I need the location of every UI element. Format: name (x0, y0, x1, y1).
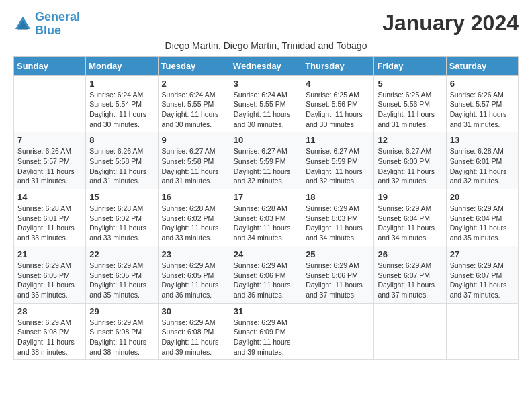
calendar-week-row: 1 Sunrise: 6:24 AMSunset: 5:54 PMDayligh… (14, 75, 519, 132)
calendar-cell: 31 Sunrise: 6:29 AMSunset: 6:09 PMDaylig… (230, 303, 302, 360)
day-info: Sunrise: 6:24 AMSunset: 5:55 PMDaylight:… (234, 90, 298, 130)
weekday-header-friday: Friday (374, 56, 446, 75)
day-number: 15 (89, 192, 154, 202)
calendar-cell: 13 Sunrise: 6:28 AMSunset: 6:01 PMDaylig… (446, 132, 518, 189)
day-number: 27 (450, 249, 515, 259)
weekday-header-sunday: Sunday (14, 56, 86, 75)
calendar-cell (374, 303, 446, 360)
calendar-cell: 10 Sunrise: 6:27 AMSunset: 5:59 PMDaylig… (230, 132, 302, 189)
weekday-header-wednesday: Wednesday (230, 56, 302, 75)
location-title: Diego Martin, Diego Martin, Trinidad and… (13, 40, 519, 51)
calendar-cell: 1 Sunrise: 6:24 AMSunset: 5:54 PMDayligh… (86, 75, 158, 132)
day-info: Sunrise: 6:27 AMSunset: 5:58 PMDaylight:… (162, 146, 226, 186)
day-number: 29 (89, 306, 154, 316)
calendar-cell: 25 Sunrise: 6:29 AMSunset: 6:06 PMDaylig… (302, 246, 374, 303)
day-info: Sunrise: 6:29 AMSunset: 6:06 PMDaylight:… (306, 261, 370, 300)
day-info: Sunrise: 6:27 AMSunset: 5:59 PMDaylight:… (306, 146, 370, 186)
calendar-cell: 18 Sunrise: 6:29 AMSunset: 6:03 PMDaylig… (302, 189, 374, 246)
calendar-cell: 26 Sunrise: 6:29 AMSunset: 6:07 PMDaylig… (374, 246, 446, 303)
day-number: 24 (234, 249, 298, 259)
day-info: Sunrise: 6:29 AMSunset: 6:08 PMDaylight:… (162, 318, 226, 357)
calendar-cell: 16 Sunrise: 6:28 AMSunset: 6:02 PMDaylig… (158, 189, 230, 246)
calendar-cell: 30 Sunrise: 6:29 AMSunset: 6:08 PMDaylig… (158, 303, 230, 360)
month-title: January 2024 (382, 11, 519, 36)
calendar-cell: 24 Sunrise: 6:29 AMSunset: 6:06 PMDaylig… (230, 246, 302, 303)
day-info: Sunrise: 6:29 AMSunset: 6:06 PMDaylight:… (234, 261, 298, 300)
weekday-header-saturday: Saturday (446, 56, 518, 75)
calendar-cell: 27 Sunrise: 6:29 AMSunset: 6:07 PMDaylig… (446, 246, 518, 303)
day-number: 12 (378, 135, 442, 145)
day-number: 22 (89, 249, 154, 259)
day-info: Sunrise: 6:29 AMSunset: 6:09 PMDaylight:… (234, 318, 298, 357)
calendar-cell: 3 Sunrise: 6:24 AMSunset: 5:55 PMDayligh… (230, 75, 302, 132)
day-number: 16 (162, 192, 226, 202)
day-info: Sunrise: 6:28 AMSunset: 6:02 PMDaylight:… (89, 203, 154, 243)
calendar-cell: 2 Sunrise: 6:24 AMSunset: 5:55 PMDayligh… (158, 75, 230, 132)
logo-general: General (35, 10, 80, 24)
calendar-cell: 7 Sunrise: 6:26 AMSunset: 5:57 PMDayligh… (14, 132, 86, 189)
day-info: Sunrise: 6:26 AMSunset: 5:57 PMDaylight:… (17, 146, 82, 186)
calendar-week-row: 28 Sunrise: 6:29 AMSunset: 6:08 PMDaylig… (14, 303, 519, 360)
calendar-cell (14, 75, 86, 132)
calendar-cell: 29 Sunrise: 6:29 AMSunset: 6:08 PMDaylig… (86, 303, 158, 360)
logo: General Blue (13, 11, 80, 38)
calendar-cell: 21 Sunrise: 6:29 AMSunset: 6:05 PMDaylig… (14, 246, 86, 303)
day-number: 21 (17, 249, 82, 259)
weekday-header-monday: Monday (86, 56, 158, 75)
day-number: 4 (306, 79, 370, 89)
day-number: 20 (450, 192, 515, 202)
day-number: 19 (378, 192, 442, 202)
day-info: Sunrise: 6:24 AMSunset: 5:55 PMDaylight:… (162, 90, 226, 130)
day-number: 17 (234, 192, 298, 202)
calendar-cell: 9 Sunrise: 6:27 AMSunset: 5:58 PMDayligh… (158, 132, 230, 189)
day-number: 13 (450, 135, 515, 145)
calendar-week-row: 14 Sunrise: 6:28 AMSunset: 6:01 PMDaylig… (14, 189, 519, 246)
calendar-cell (446, 303, 518, 360)
page-header: General Blue January 2024 (13, 11, 519, 38)
day-number: 25 (306, 249, 370, 259)
day-info: Sunrise: 6:25 AMSunset: 5:56 PMDaylight:… (378, 90, 442, 130)
day-info: Sunrise: 6:24 AMSunset: 5:54 PMDaylight:… (89, 90, 154, 130)
calendar-cell: 8 Sunrise: 6:26 AMSunset: 5:58 PMDayligh… (86, 132, 158, 189)
calendar-cell: 23 Sunrise: 6:29 AMSunset: 6:05 PMDaylig… (158, 246, 230, 303)
day-info: Sunrise: 6:29 AMSunset: 6:07 PMDaylight:… (450, 261, 515, 300)
day-info: Sunrise: 6:29 AMSunset: 6:05 PMDaylight:… (17, 261, 82, 300)
day-number: 10 (234, 135, 298, 145)
logo-icon (13, 15, 32, 34)
logo-blue: Blue (35, 24, 61, 37)
day-number: 26 (378, 249, 442, 259)
day-info: Sunrise: 6:28 AMSunset: 6:01 PMDaylight:… (450, 146, 515, 186)
day-number: 2 (162, 79, 226, 89)
day-info: Sunrise: 6:25 AMSunset: 5:56 PMDaylight:… (306, 90, 370, 130)
day-number: 14 (17, 192, 82, 202)
day-info: Sunrise: 6:28 AMSunset: 6:02 PMDaylight:… (162, 203, 226, 243)
day-number: 3 (234, 79, 298, 89)
calendar-week-row: 7 Sunrise: 6:26 AMSunset: 5:57 PMDayligh… (14, 132, 519, 189)
day-info: Sunrise: 6:29 AMSunset: 6:03 PMDaylight:… (306, 203, 370, 243)
day-number: 8 (89, 135, 154, 145)
calendar-cell (302, 303, 374, 360)
day-number: 9 (162, 135, 226, 145)
calendar-cell: 6 Sunrise: 6:26 AMSunset: 5:57 PMDayligh… (446, 75, 518, 132)
logo-text: General Blue (35, 11, 80, 38)
day-info: Sunrise: 6:29 AMSunset: 6:04 PMDaylight:… (450, 203, 515, 243)
calendar-cell: 11 Sunrise: 6:27 AMSunset: 5:59 PMDaylig… (302, 132, 374, 189)
calendar-cell: 12 Sunrise: 6:27 AMSunset: 6:00 PMDaylig… (374, 132, 446, 189)
day-number: 23 (162, 249, 226, 259)
day-number: 6 (450, 79, 515, 89)
day-info: Sunrise: 6:26 AMSunset: 5:58 PMDaylight:… (89, 146, 154, 186)
day-number: 7 (17, 135, 82, 145)
day-info: Sunrise: 6:28 AMSunset: 6:03 PMDaylight:… (234, 203, 298, 243)
weekday-header-tuesday: Tuesday (158, 56, 230, 75)
calendar-table: SundayMondayTuesdayWednesdayThursdayFrid… (13, 56, 519, 361)
calendar-cell: 20 Sunrise: 6:29 AMSunset: 6:04 PMDaylig… (446, 189, 518, 246)
calendar-week-row: 21 Sunrise: 6:29 AMSunset: 6:05 PMDaylig… (14, 246, 519, 303)
day-info: Sunrise: 6:26 AMSunset: 5:57 PMDaylight:… (450, 90, 515, 130)
day-number: 30 (162, 306, 226, 316)
day-info: Sunrise: 6:27 AMSunset: 5:59 PMDaylight:… (234, 146, 298, 186)
day-info: Sunrise: 6:29 AMSunset: 6:08 PMDaylight:… (17, 318, 82, 357)
day-number: 28 (17, 306, 82, 316)
weekday-header-thursday: Thursday (302, 56, 374, 75)
day-number: 1 (89, 79, 154, 89)
calendar-cell: 5 Sunrise: 6:25 AMSunset: 5:56 PMDayligh… (374, 75, 446, 132)
